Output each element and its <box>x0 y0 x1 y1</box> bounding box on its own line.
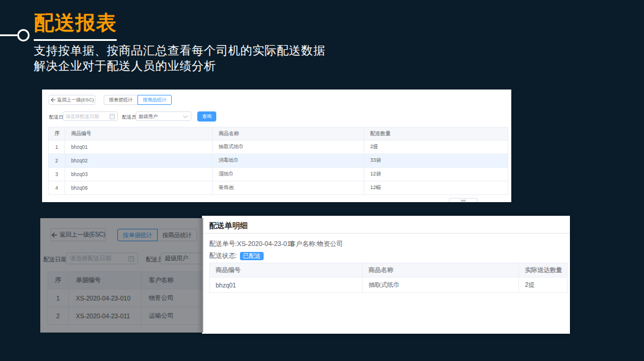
date-picker-input[interactable]: 请选择配送日期 <box>63 111 118 121</box>
page-title: 配送报表 <box>34 9 117 41</box>
detail-table: 商品编号 商品名称 实际送达数量 bhzq01 抽取式纸巾 2提 <box>209 263 568 293</box>
status-label: 配送状态: <box>209 251 237 260</box>
cell-index: 2 <box>49 154 65 168</box>
col-header-product-name: 商品名称 <box>363 263 519 277</box>
cell-product-code: bhzq01 <box>65 140 213 154</box>
product-table-header-row: 序 商品编号 商品名称 配送数量 <box>49 127 508 140</box>
cell-product-code: bhzq01 <box>210 277 363 293</box>
cell-product-code: bhzq03 <box>65 168 213 181</box>
cell-delivery-qty: 12袋 <box>364 168 508 181</box>
date-placeholder: 请选择配送日期 <box>66 113 107 120</box>
table-row[interactable]: 4 bhzq06 装饰画 12幅 <box>49 181 508 195</box>
product-stats-window: 返回上一级(ESC) 按单据统计 按商品统计 配送日期: 请选择配送日期 配送员… <box>42 90 511 202</box>
subtitle-line-2: 解决企业对于配送人员的业绩分析 <box>34 58 325 74</box>
cell-product-name: 抽取式纸巾 <box>363 277 519 293</box>
slide-delivery-report: { "page": { "title": "配送报表", "subtitle_l… <box>0 0 644 361</box>
customer-field: 客户名称:物资公司 <box>289 239 343 248</box>
product-table: 序 商品编号 商品名称 配送数量 1 bhzq01 抽取式纸巾 2提 2 bhz… <box>48 127 508 195</box>
decor-circle <box>17 29 30 41</box>
back-button-label: 返回上一级(ESC) <box>57 97 94 103</box>
delivery-detail-panel: 配送单明细 配送单号:XS-2020-04-23-010 客户名称:物资公司 配… <box>202 216 570 334</box>
status-badge: 已配送 <box>240 252 264 260</box>
order-no-value: XS-2020-04-23-010 <box>237 240 294 247</box>
subtitle-line-1: 支持按单据、按商品汇总查看每个司机的实际配送数据 <box>34 43 325 58</box>
cell-delivery-qty: 12幅 <box>364 181 508 195</box>
tab-by-order[interactable]: 按单据统计 <box>104 95 138 105</box>
cell-product-name: 装饰画 <box>213 181 364 195</box>
pagination-stub[interactable] <box>449 198 478 202</box>
tab-by-product-label: 按商品统计 <box>143 97 166 103</box>
decor-line <box>0 34 17 36</box>
cell-product-code: bhzq06 <box>65 181 213 195</box>
back-arrow-icon <box>50 97 56 103</box>
cell-index: 4 <box>49 181 65 195</box>
customer-label: 客户名称: <box>289 240 317 247</box>
col-header-delivery-qty: 配送数量 <box>364 127 508 140</box>
calendar-icon <box>110 114 115 119</box>
status-field: 配送状态: 已配送 <box>209 251 264 260</box>
cell-product-name: 消毒纸巾 <box>213 154 364 168</box>
cell-product-code: bhzq02 <box>65 154 213 168</box>
detail-panel-title: 配送单明细 <box>209 221 248 231</box>
table-row-highlighted[interactable]: 2 bhzq02 消毒纸巾 33袋 <box>49 154 508 168</box>
cell-delivery-qty: 2提 <box>364 140 508 154</box>
col-header-product-name: 商品名称 <box>213 127 364 140</box>
table-row[interactable]: 3 bhzq03 湿纸巾 12袋 <box>49 168 508 181</box>
pagination-icon <box>461 200 466 202</box>
cell-index: 1 <box>49 140 65 154</box>
table-row[interactable]: 1 bhzq01 抽取式纸巾 2提 <box>49 140 508 154</box>
stats-tab-group: 按单据统计 按商品统计 <box>104 95 172 105</box>
table-row[interactable]: bhzq01 抽取式纸巾 2提 <box>210 277 568 293</box>
tab-by-product[interactable]: 按商品统计 <box>137 95 172 105</box>
customer-value: 物资公司 <box>317 240 343 247</box>
order-stats-window: 返回上一级(ESC) 按单据统计 按商品统计 配送日期: 请选择配送日期 配送员… <box>40 218 203 333</box>
cell-index: 3 <box>49 168 65 181</box>
cell-product-name: 湿纸巾 <box>213 168 364 181</box>
search-button[interactable]: 查询 <box>197 111 216 122</box>
col-header-product-code: 商品编号 <box>210 263 363 277</box>
back-button[interactable]: 返回上一级(ESC) <box>49 95 95 105</box>
chevron-down-icon <box>183 113 188 117</box>
detail-panel-header <box>202 216 570 234</box>
page-subtitle: 支持按单据、按商品汇总查看每个司机的实际配送数据 解决企业对于配送人员的业绩分析 <box>34 43 325 74</box>
cell-actual-qty: 2提 <box>519 277 568 293</box>
search-button-label: 查询 <box>202 113 212 120</box>
order-no-field: 配送单号:XS-2020-04-23-010 <box>209 239 294 248</box>
detail-table-header-row: 商品编号 商品名称 实际送达数量 <box>210 263 568 277</box>
col-header-actual-qty: 实际送达数量 <box>519 263 568 277</box>
tab-by-order-label: 按单据统计 <box>109 97 133 103</box>
courier-select-value: 超级用户 <box>139 113 181 120</box>
col-header-product-code: 商品编号 <box>65 127 213 140</box>
cell-product-name: 抽取式纸巾 <box>213 140 364 154</box>
cell-delivery-qty: 33袋 <box>364 154 508 168</box>
order-no-label: 配送单号: <box>209 240 237 247</box>
col-header-index: 序 <box>49 127 65 140</box>
courier-select[interactable]: 超级用户 <box>136 111 191 121</box>
modal-backdrop <box>40 218 203 333</box>
